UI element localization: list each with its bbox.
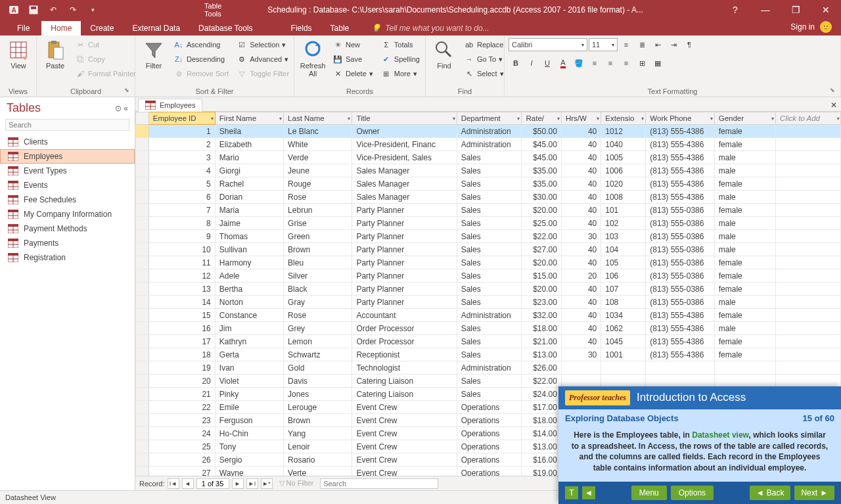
cell[interactable]: Operations	[457, 440, 522, 453]
cell[interactable]: female	[714, 283, 775, 296]
cell[interactable]: 40	[561, 151, 601, 164]
cell[interactable]: Sales	[457, 348, 522, 361]
cell[interactable]: Schwartz	[284, 348, 352, 361]
cut-button[interactable]: ✂Cut	[72, 38, 139, 51]
cell[interactable]: 105	[601, 256, 646, 269]
cell[interactable]: Party Planner	[352, 283, 457, 296]
table-row[interactable]: 18GertaSchwartzReceptionistSales$13.0030…	[136, 348, 841, 361]
table-row[interactable]: 8JaimeGriseParty PlannerSales$25.0040102…	[136, 217, 841, 230]
last-record-button[interactable]: ►I	[246, 478, 258, 489]
cell[interactable]: female	[714, 204, 775, 217]
column-header[interactable]: Employee ID▾	[148, 112, 215, 125]
tab-fields[interactable]: Fields	[282, 21, 321, 35]
nav-item-registration[interactable]: Registration	[0, 250, 135, 265]
cell[interactable]: Verde	[284, 151, 352, 164]
cell[interactable]: Dorian	[215, 191, 283, 204]
cell[interactable]	[714, 375, 775, 388]
column-dropdown-icon[interactable]: ▾	[211, 116, 214, 122]
help-icon[interactable]: ?	[720, 0, 750, 20]
cell[interactable]: Constance	[215, 309, 283, 322]
doc-tab-employees[interactable]: Employees	[138, 99, 202, 112]
cell[interactable]: $20.00	[522, 256, 561, 269]
table-row[interactable]: 12AdeleSilverParty PlannerSales$15.00201…	[136, 269, 841, 283]
cell[interactable]: 30	[561, 348, 601, 361]
cell[interactable]: Rose	[284, 309, 352, 322]
tab-file[interactable]: File	[5, 21, 41, 35]
cell[interactable]	[776, 322, 841, 335]
cell[interactable]: Order Processor	[352, 322, 457, 335]
cell[interactable]: Adele	[215, 269, 283, 283]
cell[interactable]	[646, 361, 714, 375]
cell[interactable]: $45.00	[522, 151, 561, 164]
cell[interactable]: 40	[561, 243, 601, 256]
table-row[interactable]: 19IvanGoldTechnologistAdministration$26.…	[136, 361, 841, 375]
cell[interactable]: 102	[601, 217, 646, 230]
cell[interactable]: $16.00	[522, 453, 561, 467]
cell[interactable]: $17.00	[522, 401, 561, 414]
nav-pane-header[interactable]: Tables ⊙ «	[0, 97, 135, 119]
cell[interactable]: (813) 555-0386	[646, 217, 714, 230]
table-row[interactable]: 3MarioVerdeVice-President, SalesSales$45…	[136, 151, 841, 164]
cell[interactable]: (813) 555-4386	[646, 125, 714, 138]
cell[interactable]: Thomas	[215, 230, 283, 243]
cell[interactable]: Maria	[215, 204, 283, 217]
cell[interactable]: Sales	[457, 164, 522, 177]
column-dropdown-icon[interactable]: ▾	[771, 116, 774, 122]
nav-item-event-types[interactable]: Event Types	[0, 164, 135, 178]
cell[interactable]: Violet	[215, 375, 283, 388]
cell[interactable]	[601, 375, 646, 388]
bold-button[interactable]: B	[509, 57, 523, 70]
cell[interactable]	[136, 401, 149, 414]
cell[interactable]: 25	[148, 440, 215, 453]
table-row[interactable]: 13BerthaBlackParty PlannerSales$20.00401…	[136, 283, 841, 296]
cell[interactable]	[136, 427, 149, 440]
cell[interactable]: $18.00	[522, 414, 561, 427]
cell[interactable]: Event Crew	[352, 453, 457, 467]
find-button[interactable]: Find	[430, 38, 459, 71]
table-row[interactable]: 6DorianRoseSales ManagerSales$30.0040100…	[136, 191, 841, 204]
table-row[interactable]: 7MariaLebrunParty PlannerSales$20.004010…	[136, 204, 841, 217]
column-dropdown-icon[interactable]: ▾	[517, 116, 520, 122]
qat-customize-icon[interactable]: ▾	[84, 1, 101, 18]
cell[interactable]: Catering Liaison	[352, 375, 457, 388]
cell[interactable]: Gerta	[215, 348, 283, 361]
cell[interactable]: 103	[601, 230, 646, 243]
cell[interactable]: 22	[148, 401, 215, 414]
cell[interactable]: 40	[561, 296, 601, 309]
cell[interactable]: Administration	[457, 125, 522, 138]
cell[interactable]: 12	[148, 269, 215, 283]
cell[interactable]: Sales	[457, 243, 522, 256]
new-record-nav-button[interactable]: ►*	[261, 478, 273, 489]
cell[interactable]: Owner	[352, 125, 457, 138]
descending-button[interactable]: Z↓Descending	[171, 53, 231, 66]
select-button[interactable]: ↖Select ▾	[461, 67, 507, 80]
ascending-button[interactable]: A↓Ascending	[171, 38, 231, 51]
column-dropdown-icon[interactable]: ▾	[836, 116, 839, 122]
view-button[interactable]: View	[4, 38, 33, 71]
cell[interactable]: Kathryn	[215, 335, 283, 348]
cell[interactable]: 1005	[601, 151, 646, 164]
cell[interactable]: Administration	[457, 361, 522, 375]
cell[interactable]: Receptionist	[352, 348, 457, 361]
refresh-all-button[interactable]: Refresh All	[298, 38, 327, 79]
goto-button[interactable]: →Go To ▾	[461, 53, 507, 66]
column-dropdown-icon[interactable]: ▾	[641, 116, 644, 122]
cell[interactable]: Wayne	[215, 467, 283, 476]
alt-row-color-icon[interactable]: ▦	[650, 57, 665, 70]
table-row[interactable]: 16JimGreyOrder ProcessorSales$18.0040106…	[136, 322, 841, 335]
cell[interactable]	[136, 453, 149, 467]
cell[interactable]: Sales	[457, 296, 522, 309]
cell[interactable]: Party Planner	[352, 243, 457, 256]
tab-home[interactable]: Home	[41, 21, 81, 35]
cell[interactable]: $24.00	[522, 388, 561, 401]
table-row[interactable]: 9ThomasGreenParty PlannerSales$22.003010…	[136, 230, 841, 243]
cell[interactable]: $23.00	[522, 296, 561, 309]
cell[interactable]	[136, 204, 149, 217]
cell[interactable]: 1045	[601, 335, 646, 348]
cell[interactable]: (813) 555-4386	[646, 151, 714, 164]
cell[interactable]: Pinky	[215, 388, 283, 401]
cell[interactable]: Sheila	[215, 125, 283, 138]
cell[interactable]: Administration	[457, 309, 522, 322]
cell[interactable]	[776, 348, 841, 361]
column-header[interactable]: Rate/▾	[522, 112, 561, 125]
